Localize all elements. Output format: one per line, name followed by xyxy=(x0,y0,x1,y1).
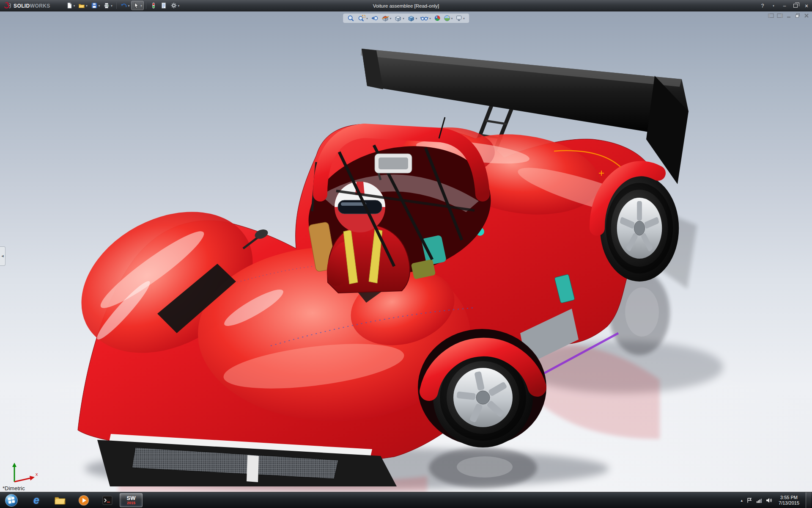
display-style-button[interactable]: ▾ xyxy=(406,14,418,22)
heads-up-view-toolbar: ▾ ▾ ▾ xyxy=(343,14,469,23)
open-folder-icon xyxy=(78,2,85,9)
taskbar-media-player[interactable] xyxy=(72,493,95,507)
rebuild-stoplight-icon xyxy=(150,2,157,9)
windows-start-orb-icon xyxy=(5,494,18,507)
view-settings-monitor-icon xyxy=(455,15,462,22)
caret-icon: ▾ xyxy=(463,17,465,20)
solidworks-version-badge: 2015 xyxy=(127,501,135,505)
media-player-icon xyxy=(78,495,89,506)
start-button[interactable] xyxy=(0,492,23,508)
options-button[interactable]: ▾ xyxy=(169,1,181,10)
caret-icon: ▾ xyxy=(390,17,392,20)
caret-icon: ▾ xyxy=(416,17,417,20)
display-style-icon xyxy=(407,15,415,22)
save-icon xyxy=(91,2,98,9)
caret-icon: ▾ xyxy=(86,4,88,7)
caret-icon: ▾ xyxy=(99,4,100,7)
hide-show-items-button[interactable]: ▾ xyxy=(419,14,432,22)
undo-button[interactable]: ▾ xyxy=(119,1,131,10)
caret-icon: ▾ xyxy=(366,17,368,20)
edit-appearance-button[interactable] xyxy=(433,14,442,22)
clock-date: 7/13/2015 xyxy=(779,500,799,506)
document-window-controls xyxy=(768,13,809,18)
zoom-to-area-button[interactable]: ▾ xyxy=(357,14,369,22)
toolbar-separator xyxy=(116,2,117,9)
clock-time: 3:55 PM xyxy=(779,495,799,500)
open-button[interactable]: ▾ xyxy=(77,1,89,10)
svg-text:x: x xyxy=(36,472,38,477)
help-button[interactable]: ? xyxy=(760,3,765,9)
reference-triad: x xyxy=(5,461,41,485)
apply-scene-button[interactable]: ▾ xyxy=(443,14,454,22)
show-desktop-button[interactable] xyxy=(806,492,811,508)
print-button[interactable]: ▾ xyxy=(102,1,114,10)
section-view-button[interactable]: ▾ xyxy=(381,14,392,22)
taskbar-console-app[interactable] xyxy=(96,493,119,507)
rebuild-button[interactable] xyxy=(149,1,158,10)
system-tray: ▴ 3:55 PM 7/13/2015 xyxy=(741,492,812,508)
tray-expand-button[interactable]: ▴ xyxy=(741,498,743,502)
caret-icon: ▾ xyxy=(128,4,130,7)
view-orientation-label: *Dimetric xyxy=(3,485,25,491)
driver-helmet xyxy=(335,182,385,232)
view-orientation-button[interactable]: ▾ xyxy=(393,14,405,22)
help-caret-icon[interactable]: ▾ xyxy=(771,4,776,7)
doc-minimize-button[interactable] xyxy=(786,13,792,18)
main-toolbar: ▾ ▾ ▾ ▾ xyxy=(65,1,181,10)
caret-icon: ▾ xyxy=(429,17,431,20)
panel-collapse-tab[interactable]: ◀ xyxy=(0,246,5,266)
minimize-button[interactable]: – xyxy=(782,3,787,9)
zoom-to-fit-button[interactable] xyxy=(346,14,356,22)
caret-icon: ▾ xyxy=(140,4,142,7)
pane-right-button[interactable] xyxy=(777,13,783,18)
view-settings-button[interactable]: ▾ xyxy=(455,14,466,22)
doc-close-button[interactable] xyxy=(804,13,809,18)
restore-button[interactable] xyxy=(793,4,798,8)
file-properties-button[interactable] xyxy=(159,1,168,10)
save-button[interactable]: ▾ xyxy=(90,1,102,10)
3d-model-canvas[interactable] xyxy=(0,11,812,492)
zoom-to-area-icon xyxy=(358,15,365,22)
graphics-viewport[interactable]: ▾ ▾ ▾ xyxy=(0,11,812,492)
previous-view-icon xyxy=(371,15,379,22)
file-properties-icon xyxy=(160,2,167,9)
close-button[interactable]: × xyxy=(804,3,809,9)
toolbar-separator xyxy=(146,2,146,9)
solidworks-app-icon: SW xyxy=(127,495,136,501)
restore-icon xyxy=(793,4,798,8)
folder-icon xyxy=(54,495,66,505)
solidworks-logo-icon xyxy=(4,2,11,9)
action-center-flag-icon[interactable] xyxy=(746,497,752,503)
new-document-button[interactable]: ▾ xyxy=(65,1,77,10)
hide-show-glasses-icon xyxy=(420,15,428,22)
network-icon[interactable] xyxy=(756,497,762,503)
taskbar-apps: e SW 2015 xyxy=(25,492,143,508)
titlebar: SOLIDWORKS ▾ ▾ ▾ xyxy=(0,0,812,11)
taskbar-internet-explorer[interactable]: e xyxy=(25,493,48,507)
taskbar-solidworks[interactable]: SW 2015 xyxy=(120,493,143,507)
print-icon xyxy=(103,2,110,9)
taskbar-windows-explorer[interactable] xyxy=(49,493,71,507)
console-icon xyxy=(102,495,113,506)
view-orientation-cube-icon xyxy=(394,15,402,22)
select-button[interactable]: ▾ xyxy=(132,1,143,10)
caret-icon: ▾ xyxy=(178,4,180,7)
pane-left-button[interactable] xyxy=(768,13,774,18)
volume-icon[interactable] xyxy=(766,497,772,503)
brand-works: WORKS xyxy=(30,3,50,9)
collapse-left-icon: ◀ xyxy=(1,254,3,258)
doc-restore-button[interactable] xyxy=(795,13,801,18)
section-view-icon xyxy=(381,15,389,22)
caret-icon: ▾ xyxy=(111,4,112,7)
internet-explorer-icon: e xyxy=(33,495,39,505)
solidworks-brand[interactable]: SOLIDWORKS xyxy=(0,2,55,9)
previous-view-button[interactable] xyxy=(370,14,379,22)
brand-solid: SOLID xyxy=(14,3,30,9)
appearance-ball-icon xyxy=(434,15,441,22)
options-gear-icon xyxy=(170,2,177,9)
taskbar-clock[interactable]: 3:55 PM 7/13/2015 xyxy=(776,495,802,506)
caret-icon: ▾ xyxy=(403,17,404,20)
new-document-icon xyxy=(66,2,73,9)
windows-taskbar: e SW 2015 ▴ xyxy=(0,492,812,508)
undo-icon xyxy=(121,2,127,9)
